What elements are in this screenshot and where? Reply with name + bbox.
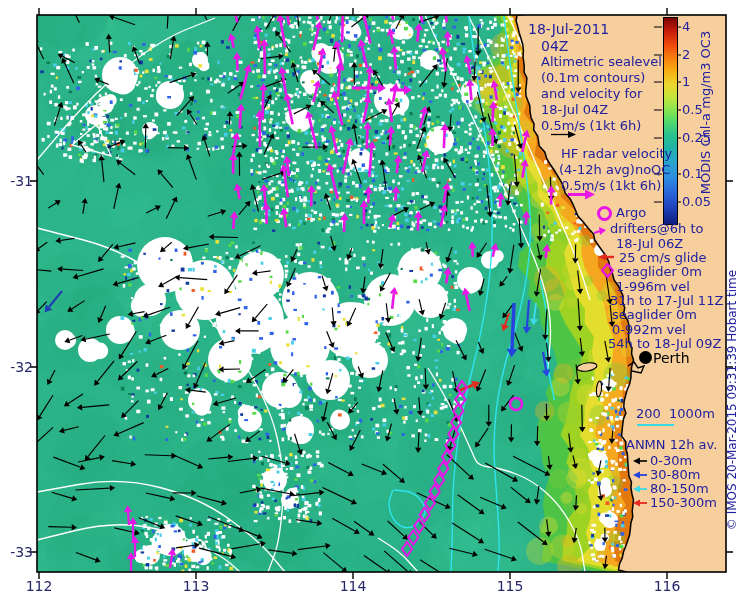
- seaglider1-depth: 1-996m vel: [616, 280, 690, 294]
- colorbar: [663, 17, 678, 225]
- depth-scale-label: 200 1000m: [636, 407, 715, 421]
- drifter-arrow-icon: [594, 226, 607, 236]
- x-axis-tick-label: 113: [183, 578, 210, 594]
- anmn-title: ANMN 12h av.: [626, 438, 717, 452]
- glide-arrow-icon: [598, 253, 615, 261]
- seaglider-diamond-icon: [601, 263, 614, 278]
- y-axis-tick-label: -33: [0, 544, 33, 560]
- altimetry-velocity-arrow-icon: [551, 130, 577, 139]
- x-axis-tick-label: 114: [340, 578, 367, 594]
- date-title: 18-Jul-2011: [528, 22, 609, 36]
- altimetry-legend-line: Altimetric sealevel: [541, 55, 662, 69]
- anmn-arrow-icon-black: [633, 457, 648, 465]
- imos-ocean-map-figure: { "title": {"line1": "18-Jul-2011", "lin…: [0, 0, 740, 600]
- colorbar-tick-label: 2: [682, 47, 690, 63]
- anmn-row-label: 30-80m: [650, 468, 700, 482]
- altimetry-legend-line: (0.1m contours): [541, 71, 645, 85]
- glide-label: 25 cm/s glide: [619, 251, 707, 265]
- x-axis-tick-label: 115: [497, 578, 524, 594]
- drifters-date: 18-Jul 06Z: [616, 237, 683, 251]
- hf-legend-line: HF radar velocity: [561, 147, 672, 161]
- anmn-arrow-icon-cyan: [633, 485, 648, 493]
- seaglider2-time: 54h to 18-Jul 09Z: [608, 337, 721, 351]
- hf-legend-line: (4-12h avg)noQC: [559, 163, 670, 177]
- date-hour: 04Z: [541, 39, 568, 53]
- hf-velocity-arrow-icon: [568, 189, 596, 200]
- x-axis-tick-label: 116: [654, 578, 681, 594]
- attribution-text: © IMOS 20-Mar-2015 09:31:39 Hobart time: [725, 240, 739, 560]
- x-axis-tick-label: 112: [26, 578, 53, 594]
- y-axis-tick-label: -32: [0, 359, 33, 375]
- seaglider1-label: seaglider 0m: [617, 265, 702, 279]
- colorbar-tick-label: 4: [682, 19, 690, 35]
- anmn-row-label: 80-150m: [650, 482, 709, 496]
- altimetry-legend-line: 18-Jul 04Z: [541, 103, 608, 117]
- anmn-row-label: 0-30m: [650, 454, 692, 468]
- argo-label: Argo: [616, 206, 646, 220]
- drifters-label: drifters@6h to: [610, 222, 703, 236]
- seaglider2-label: seaglider 0m: [612, 308, 697, 322]
- anmn-arrow-icon-blue: [633, 471, 648, 479]
- altimetry-legend-line: and velocity for: [541, 87, 642, 101]
- perth-city-marker: [639, 351, 652, 364]
- isobath-scale-line: [637, 424, 674, 426]
- argo-circle-icon: [597, 206, 612, 221]
- colorbar-tick-label: 1: [682, 74, 690, 90]
- perth-city-label: Perth: [653, 350, 690, 366]
- y-axis-tick-label: -31: [0, 173, 33, 189]
- seaglider2-depth: 0-992m vel: [612, 323, 686, 337]
- seaglider1-time: 31h to 17-Jul 11Z: [610, 294, 723, 308]
- anmn-arrow-icon-red: [633, 499, 648, 507]
- anmn-row-label: 150-300m: [650, 496, 717, 510]
